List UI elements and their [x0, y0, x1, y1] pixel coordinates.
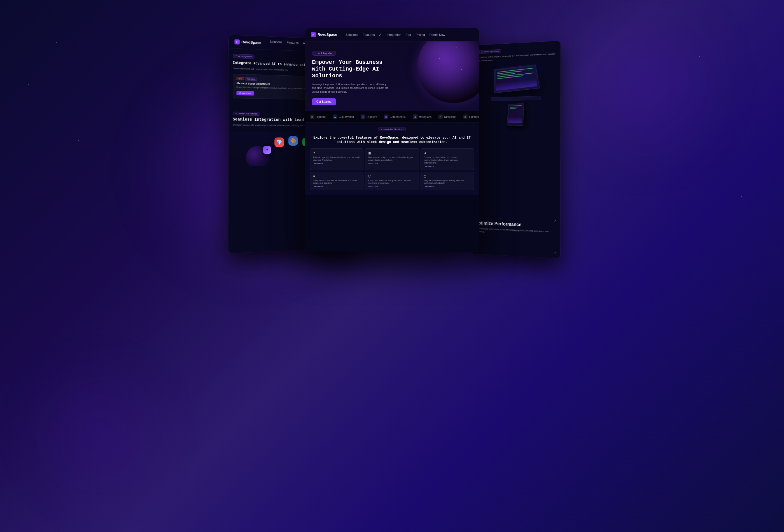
feature-icon-2: ▲ [424, 151, 471, 155]
center-navbar: RevoSpace Solutions Features AI Integrat… [305, 28, 479, 41]
hero-star-1 [456, 47, 456, 48]
features-grid-row2: ◈ Analyze data in real-time for immediat… [310, 172, 474, 190]
hero-title: Empower Your Business with Cutting-Edge … [312, 59, 396, 79]
logo-name-hourglass: Hourglass [419, 115, 431, 118]
feature-desc-4: Easily tailor workflows to fit your spec… [368, 179, 416, 185]
logo-name-lightbox-1: Lightbox [315, 115, 326, 118]
center-logo-text: RevoSpace [317, 32, 337, 37]
expand-arrow-icon: ↗ [554, 251, 556, 254]
center-logo-icon [311, 32, 316, 37]
app-icon-ruby: 💎 [274, 138, 284, 147]
logo-name-cloudwatch: CloudWatch [339, 115, 354, 118]
feature-desc-5: Integrate smoothly with your existing to… [424, 179, 471, 185]
logo-quotient: ◎ Quotient [361, 114, 377, 119]
center-nav-solutions[interactable]: Solutions [345, 33, 358, 36]
center-nav-faq[interactable]: Faq [406, 33, 411, 36]
quotient-icon: ◎ [361, 114, 365, 119]
create-task-button[interactable]: Create a task [236, 91, 254, 95]
device-screen-lines [509, 104, 523, 110]
feature-desc-3: Analyze data in real-time for immediate,… [313, 179, 360, 185]
right-desc: capabilities of RevoSpace, designed to T… [477, 52, 556, 62]
hero-section: AI Integration Empower Your Business wit… [305, 41, 479, 111]
nietzsche-icon: ✳ [438, 114, 443, 119]
task-badge-template: Template [245, 77, 257, 81]
right-badge: In-Depth Capabilities [477, 49, 501, 54]
section-badge-wrap: Innovative Solutions [310, 127, 474, 134]
cloudwatch-icon: ☁ [333, 114, 337, 119]
feature-card-4: ⬡ Easily tailor workflows to fit your sp… [365, 172, 419, 190]
right-panel-bottom: ↗ Optimize Performance Enjoy seamless pe… [471, 216, 560, 241]
feature-icon-5: ◻ [424, 174, 471, 178]
task-badge-big: BIG [236, 77, 244, 81]
logo-nietzsche: ✳ Nietzsche [438, 114, 456, 119]
feature-desc-2: Enhance user interactions and improve co… [424, 156, 471, 164]
center-nav-ai[interactable]: AI [380, 33, 382, 36]
logo-icon [234, 39, 240, 45]
logo-hourglass: ⌛ Hourglass [413, 114, 431, 119]
star [28, 84, 29, 85]
logo-name-lightbox-2: Lightbox [469, 115, 479, 118]
logo-cloudwatch: ☁ CloudWatch [333, 114, 354, 119]
bottom-left-badge: Unleash Full Potential [233, 112, 260, 116]
iso-bottom [491, 96, 541, 101]
left-badge: AI Integration [233, 54, 254, 59]
iso-top [494, 65, 539, 93]
feature-card-5: ◻ Integrate smoothly with your existing … [421, 172, 474, 190]
app-icon-figma: 🎨 [288, 136, 298, 146]
feature-icon-4: ⬡ [368, 174, 416, 178]
logo-name-nietzsche: Nietzsche [444, 115, 456, 118]
center-window: RevoSpace Solutions Features AI Integrat… [305, 28, 479, 252]
device-screen [508, 104, 523, 123]
logo-lightbox-1: ◉ Lightbox [310, 114, 326, 119]
feature-card-0: ✦ Automate repetitive tasks and optimize… [310, 148, 363, 170]
nav-link-solutions[interactable]: Solutions [270, 40, 282, 47]
feature-link-0[interactable]: Learn More [313, 163, 360, 165]
iso-rows [497, 68, 534, 80]
iso-device [488, 63, 543, 101]
commandr-icon: ⌘ [384, 114, 388, 119]
right-panel-top: In-Depth Capabilities capabilities of Re… [472, 41, 560, 138]
features-badge: Innovative Solutions [378, 127, 406, 131]
dark-device [504, 103, 526, 131]
iso-top-screen [496, 66, 537, 90]
optimize-desc: Enjoy seamless performance across all op… [475, 227, 556, 236]
nav-link-features[interactable]: Features [287, 40, 299, 48]
center-navbar-logo: RevoSpace [311, 32, 337, 37]
feature-link-2[interactable]: Learn More [424, 166, 471, 167]
center-nav-remix[interactable]: Remix Now [429, 33, 445, 36]
hero-glow [412, 41, 479, 109]
feature-link-4[interactable]: Learn More [368, 186, 416, 188]
iso-glow-line [496, 79, 537, 91]
features-section: Innovative Solutions Explore the powerfu… [305, 123, 479, 195]
star [699, 56, 700, 57]
bg-orb-3 [28, 364, 168, 504]
logo-lightbox-2: ◉ Lightbox [463, 114, 479, 119]
features-grid-row1: ✦ Automate repetitive tasks and optimize… [310, 148, 474, 170]
center-nav-integration[interactable]: Integration [387, 33, 401, 36]
device-screen-glow [508, 117, 523, 123]
screen-line-3 [510, 108, 515, 109]
hero-star-3 [461, 69, 462, 70]
right-window: In-Depth Capabilities capabilities of Re… [471, 41, 561, 259]
star [741, 196, 742, 197]
center-nav-pricing[interactable]: Pricing [416, 33, 425, 36]
logo-name-quotient: Quotient [366, 115, 377, 118]
feature-card-3: ◈ Analyze data in real-time for immediat… [310, 172, 363, 190]
star [56, 42, 57, 43]
hero-cta-button[interactable]: Get Started [312, 98, 336, 105]
feature-icon-0: ✦ [313, 151, 360, 155]
features-title: Explore the powerful features of RevoSpa… [310, 136, 474, 144]
feature-link-1[interactable]: Learn More [368, 163, 416, 165]
navbar-logo-text: RevoSpace [241, 40, 261, 45]
feature-icon-1: ▣ [368, 151, 416, 155]
screen-line-2 [510, 107, 518, 108]
page-wrapper: RevoSpace Solutions Features AI Integrat… [0, 0, 784, 532]
bg-orb-2 [560, 0, 728, 168]
screen-line-1 [510, 105, 522, 106]
feature-link-5[interactable]: Learn More [424, 186, 471, 188]
app-icon-purple: ✦ [263, 146, 271, 154]
star [78, 140, 79, 141]
center-nav-features[interactable]: Features [363, 33, 375, 36]
feature-link-3[interactable]: Learn More [313, 186, 360, 188]
hero-badge: AI Integration [312, 51, 336, 56]
